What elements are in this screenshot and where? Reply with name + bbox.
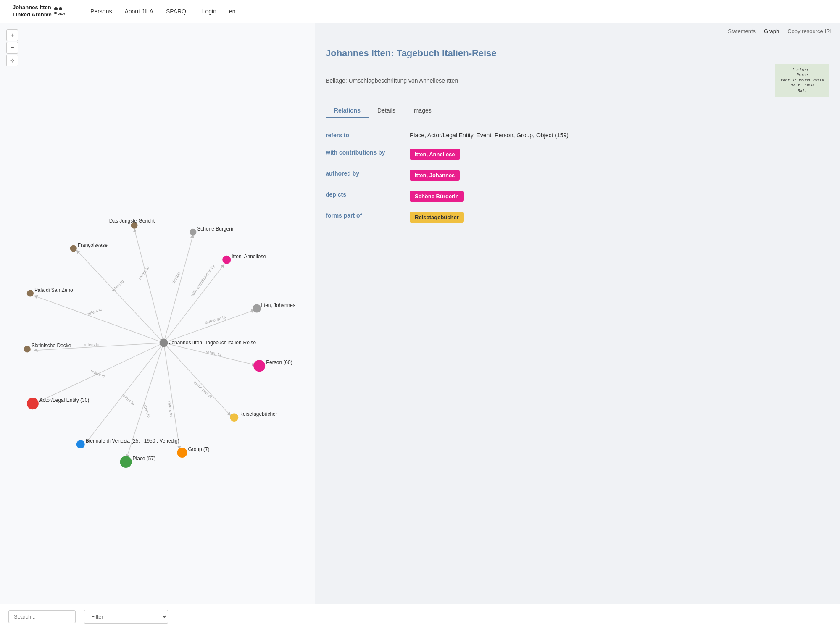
graph-svg[interactable]: refers to depicts refers to with contrib… (0, 23, 315, 604)
filter-select[interactable]: Filter (84, 610, 168, 624)
zoom-out-button[interactable]: − (6, 42, 18, 54)
relation-value-forms-part: Reisetagebücher (410, 212, 829, 223)
svg-line-8 (34, 296, 164, 343)
label-person: Person (60) (266, 359, 292, 365)
logo-dots: JILA (54, 7, 65, 16)
relation-label-authored: authored by (326, 170, 410, 177)
tag-johannes[interactable]: Itten, Johannes (410, 170, 460, 181)
svg-line-20 (87, 343, 164, 442)
logo-dot-1 (54, 7, 58, 10)
logo-area: Johannes Itten Linked Archive JILA (13, 4, 65, 18)
nav-about[interactable]: About JILA (124, 8, 153, 15)
svg-text:refers to: refers to (121, 393, 136, 406)
tab-relations[interactable]: Relations (326, 104, 369, 118)
main: + − ⊹ refers to depicts refers to with c… (0, 23, 840, 604)
svg-text:refers to: refers to (111, 279, 125, 293)
search-input[interactable] (8, 610, 76, 623)
logo-line2: Linked Archive (13, 11, 52, 18)
zoom-reset-button[interactable]: ⊹ (6, 55, 18, 66)
label-anneliese: Itten, Anneliese (232, 254, 266, 259)
nav-sparql[interactable]: SPARQL (166, 8, 190, 15)
label-group: Group (7) (188, 446, 209, 452)
relation-row-depicts: depicts Schöne Bürgerin (326, 186, 829, 207)
svg-text:refers to: refers to (84, 342, 100, 347)
svg-line-2 (163, 235, 193, 343)
main-nav: Persons About JILA SPARQL Login en (90, 8, 827, 15)
relation-label-contributions: with contributions by (326, 149, 410, 156)
logo-dot-3 (54, 12, 57, 14)
node-francois[interactable] (70, 245, 77, 252)
header: Johannes Itten Linked Archive JILA Perso… (0, 0, 840, 23)
relation-row-authored: authored by Itten, Johannes (326, 165, 829, 186)
label-biennale: Biennale di Venezia (25. : 1950 : Venedi… (86, 438, 179, 444)
node-group[interactable] (177, 448, 187, 458)
node-reise[interactable] (230, 413, 238, 422)
label-actor: Actor/Legal Entity (30) (39, 397, 89, 403)
content-area: Johannes Itten: Tagebuch Italien-Reise B… (315, 39, 840, 604)
center-node[interactable] (159, 338, 168, 347)
resource-title: Johannes Itten: Tagebuch Italien-Reise (326, 48, 829, 59)
relations-list: refers to Place, Actor/Legal Entity, Eve… (326, 127, 829, 228)
svg-text:refers to: refers to (137, 265, 150, 280)
relation-value-contributions: Itten, Anneliese (410, 149, 829, 160)
svg-text:refers to: refers to (90, 369, 106, 379)
svg-text:forms part of: forms part of (192, 380, 213, 399)
node-actor[interactable] (27, 398, 39, 409)
label-francois: Françoisvase (78, 242, 108, 248)
label-sixtinische: Sixtinische Decke (32, 343, 71, 349)
logo-abbr: JILA (58, 12, 65, 16)
svg-line-4 (77, 251, 164, 343)
resource-subtitle: Beilage: Umschlagbeschriftung von Anneli… (326, 64, 829, 97)
tab-details[interactable]: Details (369, 104, 404, 118)
relation-value-refers-to: Place, Actor/Legal Entity, Event, Person… (410, 132, 829, 139)
relation-row-forms-part: forms part of Reisetagebücher (326, 207, 829, 228)
tab-images[interactable]: Images (404, 104, 440, 118)
svg-text:refers to: refers to (142, 402, 152, 419)
relation-row-contributions: with contributions by Itten, Anneliese (326, 144, 829, 165)
node-johannes[interactable] (253, 304, 261, 313)
right-panel: Statements Graph Copy resource IRI Johan… (315, 23, 840, 604)
nav-persons[interactable]: Persons (90, 8, 112, 15)
svg-line-22 (163, 343, 179, 449)
thumbnail[interactable]: Italien –Reisetent Jr brunn voile14 X. 1… (775, 64, 829, 97)
node-sixtinische[interactable] (24, 346, 31, 352)
center-label: Johannes Itten: Tagebuch Italien-Reise (169, 340, 256, 346)
svg-line-6 (163, 265, 224, 343)
svg-line-0 (134, 229, 164, 343)
relation-label-refers-to: refers to (326, 132, 410, 139)
label-pala: Pala di San Zeno (34, 287, 73, 293)
tag-schoene[interactable]: Schöne Bürgerin (410, 191, 464, 202)
node-person[interactable] (253, 360, 265, 372)
graph-panel: + − ⊹ refers to depicts refers to with c… (0, 23, 315, 604)
lang-selector[interactable]: en (229, 8, 236, 15)
label-das-juengste: Das Jüngste Gericht (109, 218, 155, 224)
node-biennale[interactable] (76, 440, 85, 448)
label-place: Place (57) (133, 456, 156, 461)
svg-text:refers to: refers to (205, 350, 221, 357)
node-pala[interactable] (27, 290, 34, 297)
thumbnail-text: Italien –Reisetent Jr brunn voile14 X. 1… (781, 68, 824, 94)
relation-label-forms-part: forms part of (326, 212, 410, 219)
tag-reisetagebuecher[interactable]: Reisetagebücher (410, 212, 464, 223)
logo-dot-2 (59, 7, 62, 10)
node-anneliese[interactable] (222, 256, 231, 264)
top-links: Statements Graph Copy resource IRI (315, 23, 840, 39)
svg-text:authored by: authored by (205, 314, 227, 325)
node-schoene[interactable] (190, 229, 196, 236)
svg-line-10 (163, 310, 254, 343)
graph-link[interactable]: Graph (764, 28, 779, 34)
relation-value-depicts: Schöne Bürgerin (410, 191, 829, 202)
relation-value-authored: Itten, Johannes (410, 170, 829, 181)
logo-line1: Johannes Itten (13, 4, 52, 11)
nav-login[interactable]: Login (202, 8, 216, 15)
svg-text:refers to: refers to (87, 307, 103, 316)
tag-anneliese[interactable]: Itten, Anneliese (410, 149, 460, 160)
copy-iri-link[interactable]: Copy resource IRI (787, 28, 832, 34)
node-place[interactable] (120, 456, 132, 468)
zoom-in-button[interactable]: + (6, 29, 18, 41)
refers-to-text: Place, Actor/Legal Entity, Event, Person… (410, 132, 569, 139)
relation-label-depicts: depicts (326, 191, 410, 198)
statements-link[interactable]: Statements (728, 28, 756, 34)
relation-row-refers-to: refers to Place, Actor/Legal Entity, Eve… (326, 127, 829, 144)
tabs: Relations Details Images (326, 104, 829, 118)
